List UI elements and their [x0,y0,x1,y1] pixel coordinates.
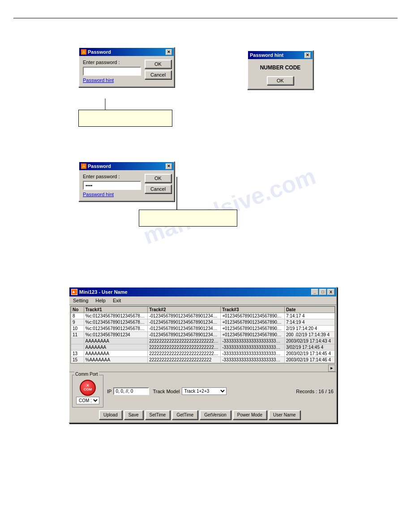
app-titlebar-buttons: _ □ X [311,289,334,295]
data-table-container[interactable]: No Track#1 Track#2 Track#3 Date 8%c:0123… [70,306,335,364]
username-btn[interactable]: User Name [269,410,300,420]
tooltip-box-2 [139,210,237,227]
comm-port-group: Comm Port XCOM COM 1 COM 2 COM 3 [72,375,103,408]
password-hint-title: Password hint [250,52,283,58]
password-dialog-1: 🔒 Password ✕ Enter password : Password h… [78,47,175,87]
table-cell-no: 9 [71,319,84,326]
table-cell-track3: -33333333333333333333333333333333 [221,338,285,344]
password-dialog-2-ok-btn[interactable]: OK [145,174,171,183]
settime-btn[interactable]: SetTime [145,410,171,420]
ip-group: IP [107,387,149,395]
password-dialog-2-close-btn[interactable]: ✕ [166,163,172,169]
password-hint-link-1[interactable]: Password hint [83,77,114,83]
password-dialog-1-cancel-btn[interactable]: Cancel [145,70,171,79]
table-cell-date: 7:14:17 4 [284,313,334,319]
table-cell-date: 2003/02/19 17:14:43 4 [284,338,334,344]
table-row[interactable]: 9%c:0123456789012345678901234-0123456789… [71,319,335,326]
save-btn[interactable]: Save [124,410,143,420]
password-dialog-2-input[interactable] [83,181,141,190]
table-cell-track1: AAAAAAAA [84,351,148,357]
password-dialog-2-icon: 🔒 [81,163,86,169]
table-row[interactable]: AAAAAAA2222222222222222222222222222222-3… [71,344,335,351]
action-buttons: Upload Save SetTime GetTime GetVersion P… [99,410,334,420]
scroll-right[interactable]: ► [328,365,335,372]
col-track1: Track#1 [84,307,148,313]
ip-input[interactable] [113,387,149,395]
app-maximize-btn[interactable]: □ [319,289,326,295]
table-row[interactable]: 15%AAAAAAA2222222222222222222222222-3333… [71,357,335,363]
track-model-group: Track Model Track 1+2+3 Track 1 Track 2 … [153,387,226,395]
app-minimize-btn[interactable]: _ [311,289,318,295]
table-row[interactable]: AAAAAAAA2222222222222222222222222222222-… [71,338,335,344]
password-dialog-1-title: Password [88,49,111,55]
table-cell-track2: 2222222222222222222222222 [148,357,221,363]
table-cell-track3: -33333333333333333333333333333333 [221,344,285,351]
app-close-btn[interactable]: X [327,289,334,295]
top-rule [13,18,398,18]
table-cell-track3: -333333333333333333333333333333333 [221,357,285,363]
col-track2: Track#2 [148,307,221,313]
table-cell-track2: -0123456789012345678901234567895 [148,332,221,338]
table-cell-no: 10 [71,326,84,332]
password-hint-close-btn[interactable]: ✕ [304,52,311,58]
password-dialog-2-title: Password [88,163,111,169]
upload-btn[interactable]: Upload [99,410,122,420]
comm-port-icon: XCOM [80,380,96,396]
records-text: Records : 16 / 16 [296,389,334,394]
table-cell-no [71,344,84,351]
table-cell-track1: AAAAAAAA [84,338,148,344]
table-cell-no: 11 [71,332,84,338]
table-row[interactable]: 8%c:0123456789012345678901234-0123456789… [71,313,335,319]
password-dialog-1-titlebar[interactable]: 🔒 Password ✕ [79,48,174,56]
password-dialog-1-input[interactable] [83,67,141,76]
app-bottom-panel: Comm Port XCOM COM 1 COM 2 COM 3 IP [69,372,336,422]
password-dialog-2-label: Enter password : [83,174,120,179]
table-cell-track2: 2222222222222222222222222222222 [148,338,221,344]
com-port-select[interactable]: COM 1 COM 2 COM 3 [76,397,99,404]
table-cell-track1: %c:012345678901234 [84,332,148,338]
table-row[interactable]: 13AAAAAAAA222222222222222222222222222222… [71,351,335,357]
table-cell-date: 7:14:19 4 [284,319,334,326]
main-app-window: ▲ Mini123 - User Name _ □ X Setting Help… [68,287,337,423]
password-hint-ok-btn[interactable]: OK [267,76,294,85]
table-cell-track3: +0123456789012345678901234567 [221,319,285,326]
app-titlebar[interactable]: ▲ Mini123 - User Name _ □ X [69,287,336,296]
table-cell-no: 15 [71,357,84,363]
app-icon: ▲ [71,289,77,295]
data-table: No Track#1 Track#2 Track#3 Date 8%c:0123… [71,306,335,363]
table-cell-no: 13 [71,351,84,357]
table-cell-date: 3/02/19 17:14:45 4 [284,344,334,351]
password-dialog-1-body: Enter password : Password hint OK Cancel [79,56,174,86]
track-model-select[interactable]: Track 1+2+3 Track 1 Track 2 Track 3 [182,387,227,395]
getversion-btn[interactable]: GetVersion [200,410,231,420]
password-hint-message: NUMBER CODE [252,64,309,71]
password-dialog-2-titlebar[interactable]: 🔒 Password ✕ [79,162,174,170]
password-hint-titlebar[interactable]: Password hint ✕ [248,51,313,59]
table-cell-track3: +0123456789012345678901234567 200 [221,326,285,332]
table-cell-track3: -33333333333333333333333333333333 [221,351,285,357]
password-dialog-2-cancel-btn[interactable]: Cancel [145,184,171,193]
table-cell-track1: AAAAAAA [84,344,148,351]
table-row[interactable]: 10%c:0123456789012345678901234-012345678… [71,326,335,332]
password-hint-link-2[interactable]: Password hint [83,192,114,197]
menu-exit[interactable]: Exit [111,297,123,304]
menu-help[interactable]: Help [94,297,107,304]
track-model-label: Track Model [153,389,180,394]
menu-setting[interactable]: Setting [71,297,90,304]
password-dialog-1-close-btn[interactable]: ✕ [166,49,172,55]
password-dialog-1-ok-btn[interactable]: OK [145,60,171,69]
table-cell-date: 200 .02/19 17:14:39 4 [284,332,334,338]
gettime-btn[interactable]: GetTime [172,410,198,420]
password-dialog-1-icon: 🔒 [81,49,86,55]
table-cell-track3: +0123456789012345678901234567 [221,332,285,338]
app-title-area: ▲ Mini123 - User Name [71,289,128,295]
password-dialog-2-body: Enter password : Password hint OK Cancel [79,170,174,201]
table-row[interactable]: 11%c:012345678901234-0123456789012345678… [71,332,335,338]
powermode-btn[interactable]: Power Mode [233,410,267,420]
table-cell-track1: %c:0123456789012345678901234 [84,326,148,332]
col-track3: Track#3 [221,307,285,313]
table-cell-track2: -0123456789012345678901234567895 [148,326,221,332]
ip-label: IP [107,389,111,394]
app-menubar: Setting Help Exit [69,296,336,305]
password-dialog-1-label: Enter password : [83,60,120,65]
